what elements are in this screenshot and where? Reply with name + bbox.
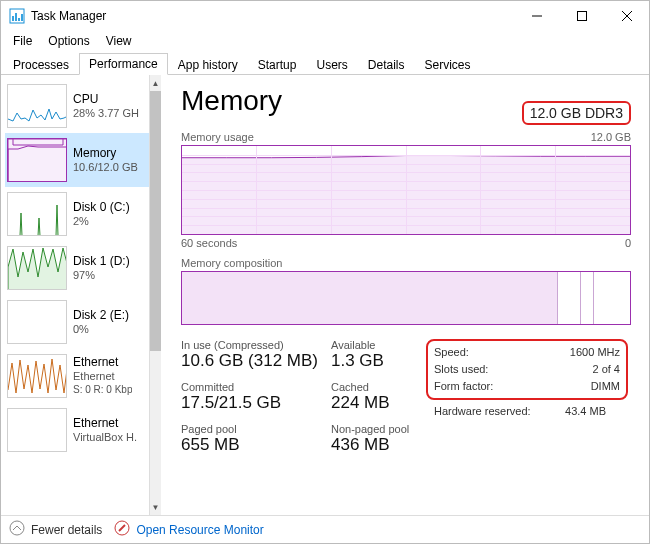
fewer-details-label: Fewer details <box>31 523 102 537</box>
menu-bar: File Options View <box>1 31 649 51</box>
tab-processes[interactable]: Processes <box>3 54 79 75</box>
ethernet1-sparkline <box>7 354 67 398</box>
sidebar-item-disk1[interactable]: Disk 1 (D:)97% <box>5 241 149 295</box>
in-use-value: 10.6 GB (312 MB) <box>181 351 331 371</box>
sidebar-item-sub: Ethernet <box>73 369 132 383</box>
sidebar-item-label: CPU <box>73 92 139 106</box>
tab-services[interactable]: Services <box>415 54 481 75</box>
open-resource-monitor-label: Open Resource Monitor <box>136 523 263 537</box>
cpu-sparkline <box>7 84 67 128</box>
sidebar-item-sub: 0% <box>73 322 129 336</box>
menu-options[interactable]: Options <box>40 32 97 50</box>
sidebar-item-label: Disk 0 (C:) <box>73 200 130 214</box>
committed-value: 17.5/21.5 GB <box>181 393 331 413</box>
svg-line-7 <box>622 11 632 21</box>
open-resource-monitor-link[interactable]: Open Resource Monitor <box>114 520 263 539</box>
sidebar-item-label: Disk 2 (E:) <box>73 308 129 322</box>
chevron-up-circle-icon <box>9 520 25 539</box>
sidebar-item-sub: 97% <box>73 268 130 282</box>
sidebar-item-label: Ethernet <box>73 355 132 369</box>
resource-monitor-icon <box>114 520 130 539</box>
sidebar-item-cpu[interactable]: CPU28% 3.77 GH <box>5 79 149 133</box>
maximize-button[interactable] <box>559 2 604 31</box>
app-icon <box>9 8 25 24</box>
sidebar-item-label: Memory <box>73 146 138 160</box>
scroll-thumb[interactable] <box>150 91 161 351</box>
stats-block: In use (Compressed) 10.6 GB (312 MB) Com… <box>181 339 631 455</box>
svg-rect-6 <box>577 12 586 21</box>
svg-rect-1 <box>12 16 14 21</box>
usage-chart-label: Memory usage <box>181 131 254 143</box>
cached-label: Cached <box>331 381 426 393</box>
sidebar-item-disk0[interactable]: Disk 0 (C:)2% <box>5 187 149 241</box>
sidebar-item-disk2[interactable]: Disk 2 (E:)0% <box>5 295 149 349</box>
svg-marker-11 <box>8 248 67 290</box>
svg-point-13 <box>10 521 24 535</box>
detail-pane: Memory 12.0 GB DDR3 Memory usage 12.0 GB… <box>161 75 649 515</box>
page-title: Memory <box>181 85 282 117</box>
memory-composition-chart <box>181 271 631 325</box>
title-bar: Task Manager <box>1 1 649 31</box>
sidebar-item-sub: VirtualBox H. <box>73 430 137 444</box>
slots-label: Slots used: <box>434 361 488 378</box>
tab-users[interactable]: Users <box>306 54 357 75</box>
hw-reserved-value: 43.4 MB <box>565 403 606 420</box>
disk1-sparkline <box>7 246 67 290</box>
nonpaged-label: Non-paged pool <box>331 423 426 435</box>
memory-usage-chart <box>181 145 631 235</box>
tab-startup[interactable]: Startup <box>248 54 307 75</box>
sidebar-item-memory[interactable]: Memory10.6/12.0 GB <box>5 133 149 187</box>
speed-value: 1600 MHz <box>570 344 620 361</box>
form-label: Form factor: <box>434 378 493 395</box>
sidebar-item-ethernet-1[interactable]: EthernetEthernetS: 0 R: 0 Kbp <box>5 349 149 403</box>
window-title: Task Manager <box>31 9 514 23</box>
close-button[interactable] <box>604 2 649 31</box>
menu-view[interactable]: View <box>98 32 140 50</box>
speed-label: Speed: <box>434 344 469 361</box>
usage-chart-max: 12.0 GB <box>591 131 631 143</box>
svg-line-8 <box>622 11 632 21</box>
sidebar-list: CPU28% 3.77 GH Memory10.6/12.0 GB Disk 0… <box>1 75 149 515</box>
memory-sparkline <box>7 138 67 182</box>
composition-label: Memory composition <box>181 257 631 269</box>
usage-axis-left: 60 seconds <box>181 237 237 249</box>
sidebar-item-sub2: S: 0 R: 0 Kbp <box>73 383 132 397</box>
nonpaged-value: 436 MB <box>331 435 426 455</box>
svg-line-15 <box>119 525 125 531</box>
tab-app-history[interactable]: App history <box>168 54 248 75</box>
sidebar-item-sub: 10.6/12.0 GB <box>73 160 138 174</box>
footer: Fewer details Open Resource Monitor <box>1 515 649 543</box>
sidebar-item-ethernet-2[interactable]: EthernetVirtualBox H. <box>5 403 149 457</box>
sidebar: CPU28% 3.77 GH Memory10.6/12.0 GB Disk 0… <box>1 75 161 515</box>
disk2-sparkline <box>7 300 67 344</box>
total-memory: 12.0 GB DDR3 <box>522 101 631 125</box>
scroll-down-icon[interactable]: ▼ <box>150 499 161 515</box>
sidebar-item-label: Disk 1 (D:) <box>73 254 130 268</box>
svg-rect-3 <box>18 18 20 21</box>
usage-axis-right: 0 <box>625 237 631 249</box>
ethernet2-sparkline <box>7 408 67 452</box>
available-value: 1.3 GB <box>331 351 426 371</box>
sidebar-item-label: Ethernet <box>73 416 137 430</box>
paged-label: Paged pool <box>181 423 331 435</box>
fewer-details-button[interactable]: Fewer details <box>9 520 102 539</box>
svg-rect-4 <box>21 14 23 21</box>
in-use-label: In use (Compressed) <box>181 339 331 351</box>
sidebar-scrollbar[interactable]: ▲ ▼ <box>149 75 161 515</box>
form-value: DIMM <box>591 378 620 395</box>
minimize-button[interactable] <box>514 2 559 31</box>
content: CPU28% 3.77 GH Memory10.6/12.0 GB Disk 0… <box>1 75 649 515</box>
hw-reserved-label: Hardware reserved: <box>434 403 531 420</box>
svg-rect-2 <box>15 13 17 21</box>
tab-details[interactable]: Details <box>358 54 415 75</box>
menu-file[interactable]: File <box>5 32 40 50</box>
tab-performance[interactable]: Performance <box>79 53 168 75</box>
committed-label: Committed <box>181 381 331 393</box>
slots-value: 2 of 4 <box>592 361 620 378</box>
sidebar-item-sub: 2% <box>73 214 130 228</box>
sidebar-item-sub: 28% 3.77 GH <box>73 106 139 120</box>
paged-value: 655 MB <box>181 435 331 455</box>
tab-bar: Processes Performance App history Startu… <box>1 51 649 75</box>
disk0-sparkline <box>7 192 67 236</box>
scroll-up-icon[interactable]: ▲ <box>150 75 161 91</box>
